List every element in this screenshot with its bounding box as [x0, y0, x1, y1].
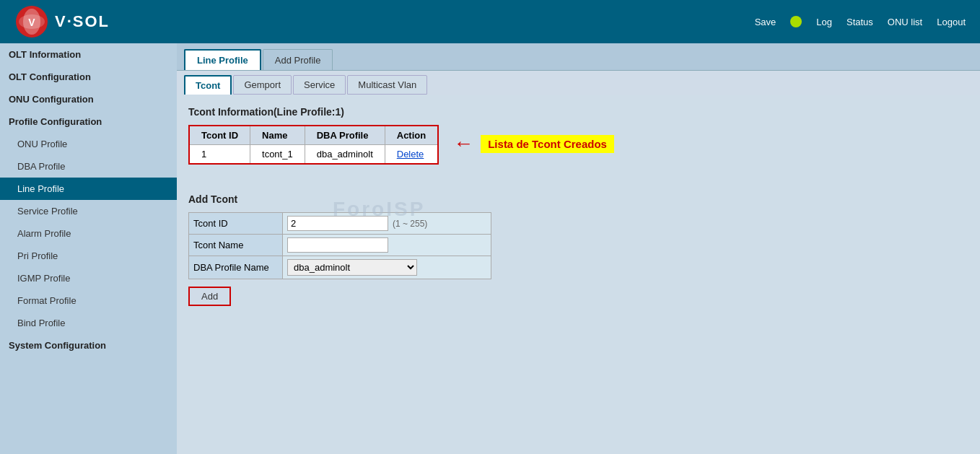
tab-sub-gemport-tab[interactable]: Gemport [233, 75, 292, 95]
sidebar-item-profile-configuration: Profile Configuration [0, 110, 177, 133]
tcont-info-table: Tcont IDNameDBA ProfileAction1tcont_1dba… [188, 125, 439, 165]
sidebar-item-onu-configuration: ONU Configuration [0, 88, 177, 110]
sub-tab-bar: TcontGemportServiceMulticast Vlan [177, 71, 980, 95]
tab-top-line-profile-tab[interactable]: Line Profile [184, 49, 261, 70]
table-cell-id: 1 [189, 145, 250, 165]
sidebar-item-alarm-profile[interactable]: Alarm Profile [0, 222, 177, 245]
add-tcont-form: Tcont ID(1 ~ 255)Tcont NameDBA Profile N… [188, 212, 491, 279]
content-area: Tcont Information(Line Profile:1) Tcont … [177, 95, 980, 318]
logo-text: V·SOL [55, 12, 110, 31]
logout-link[interactable]: Logout [937, 17, 966, 27]
form-label-tcont-name-field: Tcont Name [189, 235, 283, 256]
form-label-tcont-id-field: Tcont ID [189, 213, 283, 235]
vsol-logo-icon: V [14, 4, 49, 39]
annotation-label: Lista de Tcont Creados [481, 135, 614, 153]
table-row: 1tcont_1dba_adminoltDelete [189, 145, 438, 165]
form-value-dba-profile-name-field: dba_adminolt [283, 256, 491, 279]
svg-text:V: V [28, 17, 35, 28]
sidebar-item-pri-profile[interactable]: Pri Profile [0, 245, 177, 267]
table-header: DBA Profile [305, 126, 385, 145]
form-value-tcont-name-field [283, 235, 491, 256]
tcont-info-title: Tcont Information(Line Profile:1) [188, 106, 968, 118]
sidebar-item-dba-profile[interactable]: DBA Profile [0, 155, 177, 178]
table-cell-dba_profile: dba_adminolt [305, 145, 385, 165]
sidebar-item-onu-profile[interactable]: ONU Profile [0, 133, 177, 155]
onu-list-link[interactable]: ONU list [888, 17, 922, 27]
dba-profile-name-field[interactable]: dba_adminolt [287, 259, 417, 276]
sidebar-item-olt-information: OLT Information [0, 43, 177, 66]
add-button[interactable]: Add [188, 287, 231, 306]
sidebar-item-format-profile[interactable]: Format Profile [0, 289, 177, 312]
top-tab-bar: Line ProfileAdd Profile [177, 43, 980, 71]
status-link[interactable]: Status [846, 17, 873, 27]
delete-link[interactable]: Delete [397, 149, 424, 160]
table-header: Name [250, 126, 305, 145]
form-value-tcont-id-field: (1 ~ 255) [283, 213, 491, 235]
table-header: Tcont ID [189, 126, 250, 145]
sidebar-item-system-configuration: System Configuration [0, 334, 177, 357]
sidebar-item-olt-configuration: OLT Configuration [0, 66, 177, 88]
header-right: Save Log Status ONU list Logout [755, 16, 966, 27]
save-button[interactable]: Save [755, 17, 776, 27]
status-indicator [790, 16, 802, 27]
tab-sub-multicast-vlan-tab[interactable]: Multicast Vlan [347, 75, 427, 95]
layout: OLT InformationOLT ConfigurationONU Conf… [0, 43, 980, 454]
arrow-icon: ← [453, 132, 473, 155]
tcont-id-field[interactable] [287, 216, 388, 231]
form-hint-tcont-id-field: (1 ~ 255) [393, 219, 427, 229]
sidebar-item-service-profile[interactable]: Service Profile [0, 200, 177, 222]
tcont-name-field[interactable] [287, 237, 388, 253]
tab-sub-service-tab[interactable]: Service [293, 75, 346, 95]
tab-sub-tcont-tab[interactable]: Tcont [184, 75, 232, 95]
main-content: Line ProfileAdd Profile TcontGemportServ… [177, 43, 980, 454]
logo-area: V V·SOL [14, 4, 110, 39]
sidebar-item-line-profile[interactable]: Line Profile [0, 178, 177, 200]
sidebar-item-igmp-profile[interactable]: IGMP Profile [0, 267, 177, 289]
add-tcont-title: Add Tcont [188, 193, 968, 205]
tab-top-add-profile-tab[interactable]: Add Profile [263, 49, 333, 70]
form-label-dba-profile-name-field: DBA Profile Name [189, 256, 283, 279]
table-cell-action: Delete [385, 145, 438, 165]
table-cell-name: tcont_1 [250, 145, 305, 165]
table-header: Action [385, 126, 438, 145]
log-link[interactable]: Log [816, 17, 832, 27]
annotation-area: ← Lista de Tcont Creados [453, 132, 614, 155]
header: V V·SOL Save Log Status ONU list Logout [0, 0, 980, 43]
sidebar-item-bind-profile[interactable]: Bind Profile [0, 312, 177, 334]
sidebar: OLT InformationOLT ConfigurationONU Conf… [0, 43, 177, 454]
